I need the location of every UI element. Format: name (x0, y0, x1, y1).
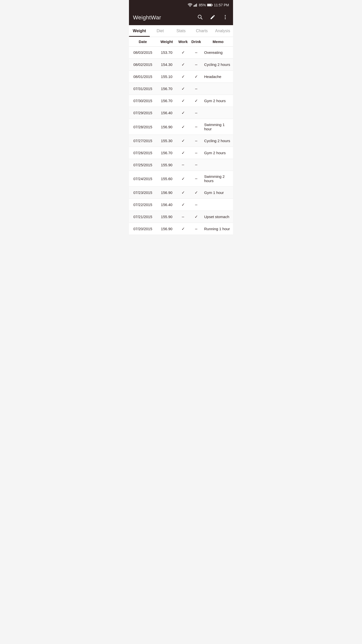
cell-workout: ✓ (177, 86, 189, 91)
cell-memo: Headache (203, 74, 233, 79)
table-row[interactable]: 07/31/2015 156.70 ✓ – (129, 83, 233, 95)
cell-drink: – (189, 176, 203, 181)
cell-weight: 154.30 (157, 62, 177, 67)
cell-weight: 153.70 (157, 50, 177, 55)
cell-workout: ✓ (177, 125, 189, 129)
cell-date: 07/29/2015 (129, 111, 157, 115)
cell-weight: 156.90 (157, 125, 177, 129)
col-header-drink: Drink (189, 39, 203, 44)
cell-drink: ✓ (189, 98, 203, 103)
table-body: 08/03/2015 153.70 ✓ – Overeating 08/02/2… (129, 47, 233, 235)
edit-button[interactable] (209, 13, 216, 22)
table-row[interactable]: 07/30/2015 156.70 ✓ ✓ Gym 2 hours (129, 95, 233, 107)
table-row[interactable]: 08/03/2015 153.70 ✓ – Overeating (129, 47, 233, 59)
table-row[interactable]: 07/25/2015 155.90 – – (129, 159, 233, 171)
wifi-icon (188, 3, 192, 7)
cell-weight: 156.70 (157, 151, 177, 155)
cell-date: 07/21/2015 (129, 215, 157, 219)
time-display: 11:57 PM (214, 3, 229, 7)
cell-memo: Upset stomach (203, 215, 233, 219)
cell-weight: 156.70 (157, 99, 177, 103)
cell-memo: Running 1 hour (203, 227, 233, 231)
cell-date: 07/25/2015 (129, 163, 157, 167)
svg-rect-0 (194, 6, 194, 7)
cell-date: 08/03/2015 (129, 50, 157, 55)
table-row[interactable]: 07/22/2015 156.40 ✓ – (129, 199, 233, 211)
cell-date: 07/26/2015 (129, 151, 157, 155)
cell-weight: 155.60 (157, 177, 177, 181)
cell-drink: – (189, 151, 203, 155)
cell-weight: 155.30 (157, 139, 177, 143)
tab-diet[interactable]: Diet (150, 25, 171, 37)
cell-workout: ✓ (177, 74, 189, 79)
cell-drink: – (189, 50, 203, 55)
table-row[interactable]: 07/26/2015 156.70 ✓ – Gym 2 hours (129, 147, 233, 159)
app-bar-actions (196, 13, 229, 22)
tab-stats[interactable]: Stats (171, 25, 192, 37)
signal-icon (194, 3, 198, 7)
cell-drink: – (189, 227, 203, 231)
cell-date: 07/24/2015 (129, 177, 157, 181)
col-header-weight: Weight (157, 39, 177, 44)
table-row[interactable]: 08/02/2015 154.30 ✓ – Cycling 2 hours (129, 59, 233, 71)
cell-memo: Cycling 2 hours (203, 139, 233, 143)
tab-bar: Weight Diet Stats Charts Analysis (129, 25, 233, 37)
cell-drink: – (189, 163, 203, 167)
table-row[interactable]: 07/23/2015 156.90 ✓ ✓ Gym 1 hour (129, 187, 233, 199)
cell-drink: – (189, 62, 203, 67)
cell-memo: Cycling 2 hours (203, 62, 233, 67)
cell-weight: 155.90 (157, 163, 177, 167)
svg-rect-1 (195, 5, 195, 7)
cell-drink: – (189, 87, 203, 91)
cell-memo: Swimming 1 hour (203, 123, 233, 131)
svg-rect-2 (195, 4, 196, 7)
cell-memo: Gym 2 hours (203, 99, 233, 103)
tab-weight[interactable]: Weight (129, 25, 150, 37)
battery-icon (207, 4, 213, 7)
svg-line-8 (201, 18, 202, 19)
cell-drink: ✓ (189, 190, 203, 195)
svg-point-11 (225, 18, 226, 19)
tab-analysis[interactable]: Analysis (212, 25, 233, 37)
table-row[interactable]: 07/27/2015 155.30 ✓ – Cycling 2 hours (129, 135, 233, 147)
table-row[interactable]: 07/29/2015 156.40 ✓ – (129, 107, 233, 119)
cell-workout: ✓ (177, 226, 189, 231)
cell-workout: ✓ (177, 202, 189, 207)
cell-memo: Gym 1 hour (203, 190, 233, 195)
col-header-workout: Work (177, 39, 189, 44)
cell-date: 07/20/2015 (129, 227, 157, 231)
more-vert-icon (222, 14, 228, 20)
col-header-date: Date (129, 39, 157, 44)
cell-date: 07/28/2015 (129, 125, 157, 129)
search-button[interactable] (196, 13, 204, 22)
cell-weight: 156.40 (157, 203, 177, 207)
tab-charts[interactable]: Charts (191, 25, 212, 37)
table-row[interactable]: 07/24/2015 155.60 ✓ – Swimming 2 hours (129, 171, 233, 187)
table-row[interactable]: 07/28/2015 156.90 ✓ – Swimming 1 hour (129, 119, 233, 135)
cell-workout: – (177, 215, 189, 219)
search-icon (197, 14, 203, 20)
svg-point-9 (225, 15, 226, 16)
app-bar: WeightWar (129, 10, 233, 25)
table-row[interactable]: 07/20/2015 156.90 ✓ – Running 1 hour (129, 223, 233, 235)
table-header: Date Weight Work Drink Memo (129, 37, 233, 47)
table-row[interactable]: 08/01/2015 155.10 ✓ ✓ Headache (129, 71, 233, 83)
app-title: WeightWar (133, 14, 161, 21)
battery-text: 85% (199, 3, 206, 7)
cell-date: 07/22/2015 (129, 203, 157, 207)
svg-point-10 (225, 17, 226, 18)
cell-workout: – (177, 163, 189, 167)
cell-memo: Overeating (203, 50, 233, 55)
cell-weight: 156.70 (157, 87, 177, 91)
svg-rect-5 (207, 4, 211, 6)
cell-workout: ✓ (177, 176, 189, 181)
cell-drink: – (189, 125, 203, 129)
more-menu-button[interactable] (221, 13, 229, 22)
col-header-memo: Memo (203, 39, 233, 44)
cell-date: 08/02/2015 (129, 62, 157, 67)
cell-drink: – (189, 139, 203, 143)
cell-drink: – (189, 203, 203, 207)
cell-date: 08/01/2015 (129, 74, 157, 79)
cell-weight: 155.90 (157, 215, 177, 219)
table-row[interactable]: 07/21/2015 155.90 – ✓ Upset stomach (129, 211, 233, 223)
